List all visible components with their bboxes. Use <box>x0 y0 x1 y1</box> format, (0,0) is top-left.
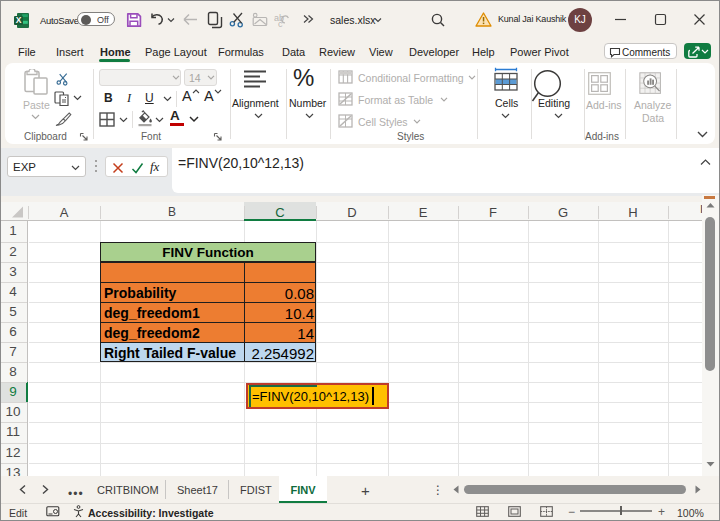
svg-text:X: X <box>16 15 22 25</box>
